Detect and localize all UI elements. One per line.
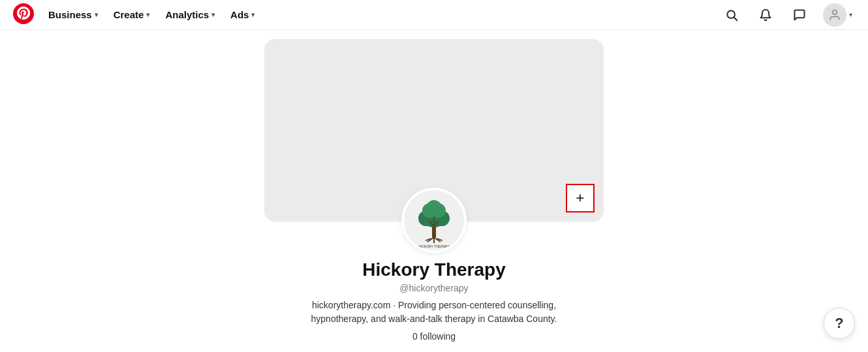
ads-label: Ads xyxy=(230,9,249,20)
create-label: Create xyxy=(114,9,144,20)
help-button[interactable]: ? xyxy=(824,308,855,339)
profile-avatar: HICKORY THERAPY xyxy=(401,188,467,253)
avatar xyxy=(823,3,846,27)
analytics-chevron: ▾ xyxy=(211,11,215,18)
ads-chevron: ▾ xyxy=(251,11,255,18)
profile-website[interactable]: hickorytherapy.com xyxy=(312,300,390,310)
profile-bio: hickorytherapy.com · Providing person-ce… xyxy=(310,299,558,326)
profile-info: Hickory Therapy @hickorytherapy hickoryt… xyxy=(310,259,558,342)
business-label: Business xyxy=(48,9,92,20)
avatar-inner: HICKORY THERAPY xyxy=(404,190,464,250)
business-chevron: ▾ xyxy=(95,11,98,18)
nav-business[interactable]: Business ▾ xyxy=(42,5,104,24)
nav-create[interactable]: Create ▾ xyxy=(107,5,157,24)
search-button[interactable] xyxy=(719,2,745,28)
account-chevron: ▾ xyxy=(849,11,852,18)
svg-point-3 xyxy=(833,10,837,14)
nav-left: Business ▾ Create ▾ Analytics ▾ Ads ▾ xyxy=(13,3,261,27)
profile-following[interactable]: 0 following xyxy=(412,331,456,342)
nav-analytics[interactable]: Analytics ▾ xyxy=(159,5,221,24)
main-content: + xyxy=(0,0,868,342)
help-icon: ? xyxy=(835,315,843,332)
svg-rect-5 xyxy=(432,227,436,237)
notifications-button[interactable] xyxy=(752,2,779,28)
nav-ads[interactable]: Ads ▾ xyxy=(224,5,261,24)
analytics-label: Analytics xyxy=(165,9,209,20)
profile-bio-separator: · xyxy=(393,300,398,310)
messages-button[interactable] xyxy=(786,2,813,28)
nav-right: ▾ xyxy=(719,1,855,29)
create-chevron: ▾ xyxy=(146,11,149,18)
avatar-wrap: HICKORY THERAPY xyxy=(401,188,467,253)
add-cover-button[interactable]: + xyxy=(566,184,595,213)
profile-name: Hickory Therapy xyxy=(362,259,505,280)
pinterest-logo[interactable] xyxy=(13,3,39,27)
top-nav: Business ▾ Create ▾ Analytics ▾ Ads ▾ xyxy=(0,0,868,30)
add-cover-icon: + xyxy=(576,190,585,207)
profile-handle: @hickorytherapy xyxy=(399,283,468,293)
svg-line-2 xyxy=(734,17,737,20)
svg-point-16 xyxy=(426,200,442,216)
svg-text:HICKORY THERAPY: HICKORY THERAPY xyxy=(418,244,450,248)
account-menu[interactable]: ▾ xyxy=(820,1,855,29)
